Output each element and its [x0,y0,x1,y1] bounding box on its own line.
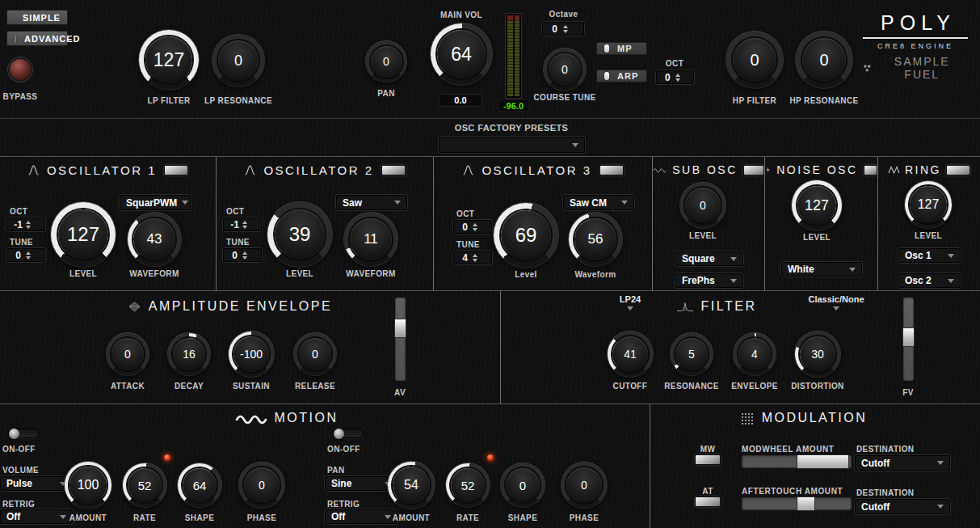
sub-osc-enable-button[interactable] [743,165,764,175]
motion1-shape-knob[interactable]: 64 [178,463,221,507]
osc1-waveform-knob[interactable]: 43 [128,213,181,266]
motion1-onoff-switch[interactable] [8,429,39,438]
ring-source2-dropdown[interactable]: Osc 2 [898,273,961,288]
osc1-wave-dropdown[interactable]: SquarPWM [120,195,191,210]
aftertouch-slider-handle[interactable] [797,496,815,511]
motion1-target-dropdown[interactable]: Pulse [0,476,73,491]
release-knob[interactable]: 0 [294,333,336,375]
stepper-arrows-icon[interactable] [675,74,691,82]
distortion-mode-dropdown[interactable]: Classic/None [796,294,877,310]
osc2-level-knob[interactable]: 39 [267,202,332,267]
envelope-knob[interactable]: 4 [734,333,776,375]
stepper-arrows-icon[interactable] [242,251,258,260]
hp-filter-knob[interactable]: 0 [726,32,783,88]
lp-resonance-knob[interactable]: 0 [212,35,264,87]
motion1-rate-knob[interactable]: 52 [123,463,166,507]
stepper-arrows-icon[interactable] [242,221,258,229]
noise-osc-level-knob[interactable]: 127 [792,180,842,230]
osc3-wave-dropdown[interactable]: Saw CM [563,195,634,210]
motion2-onoff-switch[interactable] [333,429,364,438]
knob-face: 0 [299,338,332,371]
course-tune-knob[interactable]: 0 [544,49,586,91]
at-destination-dropdown[interactable]: Cutoff [855,499,950,514]
lp-filter-knob[interactable]: 127 [139,30,199,90]
tune-label: TUNE [456,240,480,249]
motion2-amount-knob[interactable]: 54 [388,462,435,509]
osc-factory-presets-dropdown[interactable] [439,137,585,153]
distortion-value: 30 [811,348,824,361]
noise-osc-section: NOISE OSC 127 LEVEL White [765,157,878,290]
av-slider[interactable] [395,298,406,381]
fv-slider-handle[interactable] [902,327,915,347]
noise-osc-enable-button[interactable] [864,165,878,175]
osc3-tune-stepper[interactable]: 4 [453,251,492,264]
osc2-tune-stepper[interactable]: 0 [223,248,262,262]
knob-face: 0 [802,38,847,82]
attack-knob[interactable]: 0 [107,333,149,375]
oct-stepper[interactable]: 0 [656,70,694,84]
simple-button[interactable]: SIMPLE [6,10,68,25]
pan-knob[interactable]: 0 [366,41,406,82]
motion2-phase-knob[interactable]: 0 [562,463,607,508]
chevron-down-icon [833,306,839,310]
octave-stepper[interactable]: 0 [542,22,584,36]
osc2-waveform-knob[interactable]: 11 [344,213,397,266]
ring-source1-dropdown[interactable]: Osc 1 [898,248,961,263]
mw-destination-dropdown[interactable]: Cutoff [855,455,950,471]
noise-type-dropdown[interactable]: White [781,262,862,277]
mw-button[interactable] [695,454,721,465]
stepper-arrows-icon[interactable] [473,254,488,262]
osc3-waveform-knob[interactable]: 56 [569,213,622,266]
stepper-arrows-icon[interactable] [26,251,41,260]
aftertouch-amount-slider[interactable] [742,497,852,510]
knob-face: 64 [183,468,217,502]
motion1-amount-knob[interactable]: 100 [65,462,111,509]
sustain-knob[interactable]: -100 [229,332,274,377]
sub-osc-mode-dropdown[interactable]: FrePhs [675,273,743,288]
resonance-knob[interactable]: 5 [671,333,713,375]
stepper-arrows-icon[interactable] [563,25,580,33]
motion2-target-dropdown[interactable]: Sine [325,476,397,491]
amplitude-envelope-section: AMPLITUDE ENVELOPE 0 ATTACK 16 DECAY -10… [0,291,501,403]
osc3-oct-stepper[interactable]: 0 [453,220,492,234]
arp-button[interactable]: ARP [596,70,647,82]
oscillator-2-enable-button[interactable] [381,165,406,175]
stepper-arrows-icon[interactable] [473,223,488,231]
oscillator-3-enable-button[interactable] [599,165,624,175]
osc2-oct-stepper[interactable]: -1 [223,218,262,231]
oscillator-1-enable-button[interactable] [164,165,188,175]
cutoff-knob[interactable]: 41 [608,332,653,377]
motion2-retrig-value: Off [331,511,345,522]
mp-button[interactable]: MP [596,42,647,55]
osc1-oct-stepper[interactable]: -1 [6,218,45,231]
oscillator-1-title: OSCILLATOR 1 [47,163,157,177]
at-button[interactable] [695,496,721,507]
osc2-wave-dropdown[interactable]: Saw [336,195,407,210]
fv-slider[interactable] [903,298,914,381]
hp-resonance-knob[interactable]: 0 [796,32,852,88]
distortion-knob[interactable]: 30 [795,332,840,377]
osc1-level-knob[interactable]: 127 [51,202,116,267]
main-vol-knob[interactable]: 64 [431,23,492,85]
decay-knob[interactable]: 16 [168,333,210,375]
stepper-arrows-icon[interactable] [26,221,41,229]
knob-face: -100 [233,336,269,372]
modwheel-amount-slider[interactable] [742,455,852,468]
sub-osc-wave-dropdown[interactable]: Square [675,251,743,266]
bypass-button[interactable] [10,59,31,80]
filter-type-dropdown[interactable]: LP24 [598,294,662,310]
av-slider-handle[interactable] [394,319,406,338]
knob-face: 100 [69,467,106,503]
ring-level-knob[interactable]: 127 [905,181,952,228]
osc1-tune-stepper[interactable]: 0 [6,248,45,262]
motion2-shape-knob[interactable]: 0 [501,463,545,507]
motion1-phase-knob[interactable]: 0 [239,463,284,508]
level-meter [505,13,522,99]
sub-osc-level-knob[interactable]: 0 [680,183,726,228]
motion2-phase-label: PHASE [544,513,625,522]
ring-enable-button[interactable] [946,165,970,175]
advanced-button[interactable]: ADVANCED [6,31,68,46]
motion2-rate-knob[interactable]: 52 [446,463,490,507]
modwheel-slider-handle[interactable] [797,454,849,469]
osc3-level-knob[interactable]: 69 [494,203,558,268]
